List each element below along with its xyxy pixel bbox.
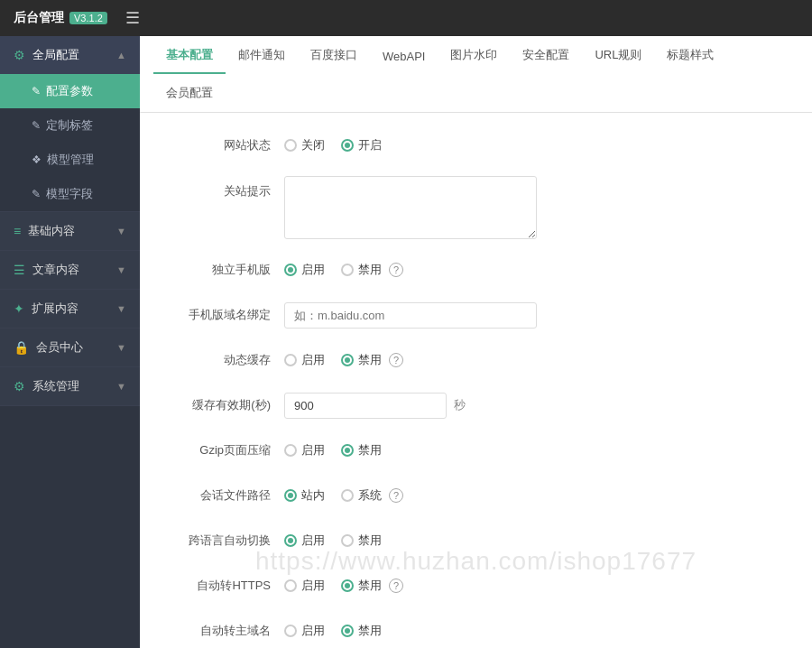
radio-group-auto-https: 启用 禁用 — [284, 578, 382, 594]
form-row-gzip: Gzip页面压缩 启用 禁用 — [167, 436, 785, 465]
radio-session-site[interactable]: 站内 — [284, 487, 325, 504]
edit-icon: ✎ — [32, 85, 41, 97]
radio-mobile-disable[interactable]: 禁用 — [341, 262, 382, 278]
sidebar-header-extend[interactable]: ✦ 扩展内容 ▼ — [0, 290, 140, 328]
menu-icon[interactable]: ☰ — [125, 8, 140, 28]
label-auto-https: 自动转HTTPS — [167, 578, 284, 594]
info-icon-https[interactable]: ? — [389, 579, 403, 593]
form-row-auto-https: 自动转HTTPS 启用 禁用 ? — [167, 571, 785, 600]
sidebar-header-article[interactable]: ☰ 文章内容 ▼ — [0, 251, 140, 289]
radio-circle-mobile-disable — [341, 264, 354, 276]
control-cross-lang: 启用 禁用 — [284, 532, 785, 549]
form-row-mobile-version: 独立手机版 启用 禁用 ? — [167, 255, 785, 284]
radio-label-open: 开启 — [358, 137, 382, 153]
radio-gzip-disable[interactable]: 禁用 — [341, 442, 382, 458]
sidebar-section-article: ☰ 文章内容 ▼ — [0, 251, 140, 290]
radio-https-enable[interactable]: 启用 — [284, 578, 325, 594]
radio-circle-close — [284, 139, 297, 152]
tab-basic-config[interactable]: 基本配置 — [153, 36, 226, 74]
radio-autodomain-enable[interactable]: 启用 — [284, 623, 325, 639]
radio-crosslang-disable[interactable]: 禁用 — [341, 532, 382, 549]
label-cross-lang: 跨语言自动切换 — [167, 532, 284, 549]
sidebar-item-config-params[interactable]: ✎ 配置参数 — [0, 74, 140, 108]
tab-webapi[interactable]: WebAPI — [370, 39, 438, 74]
main-content: 基本配置 邮件通知 百度接口 WebAPI 图片水印 安全配置 URL规则 标题… — [140, 36, 812, 648]
tab-member-config[interactable]: 会员配置 — [153, 74, 226, 112]
unit-cache-expire: 秒 — [454, 397, 466, 413]
radio-circle-https-enable — [284, 579, 297, 592]
form-row-cache-expire: 缓存有效期(秒) 秒 — [167, 391, 785, 420]
sidebar-section-global: ⚙ 全局配置 ▲ ✎ 配置参数 ✎ 定制标签 ❖ 模型管理 ✎ 模型字段 — [0, 36, 140, 212]
sidebar-section-label-system: 系统管理 — [32, 378, 79, 394]
radio-session-system[interactable]: 系统 — [341, 487, 382, 504]
sidebar-item-custom-tags[interactable]: ✎ 定制标签 — [0, 108, 140, 143]
tab-mail-notify[interactable]: 邮件通知 — [226, 36, 298, 74]
radio-site-open[interactable]: 开启 — [341, 137, 382, 153]
textarea-close-tip[interactable] — [284, 176, 537, 239]
sidebar-section-extend: ✦ 扩展内容 ▼ — [0, 290, 140, 329]
label-session-path: 会话文件路径 — [167, 487, 284, 504]
tab-image-watermark[interactable]: 图片水印 — [438, 36, 510, 74]
radio-group-mobile-version: 启用 禁用 — [284, 262, 382, 278]
form-row-dynamic-cache: 动态缓存 启用 禁用 ? — [167, 346, 785, 375]
sidebar-item-label-model-fields: 模型字段 — [46, 186, 93, 202]
sidebar-item-label-config-params: 配置参数 — [46, 83, 93, 99]
control-gzip: 启用 禁用 — [284, 442, 785, 458]
edit3-icon: ✎ — [32, 188, 41, 200]
form-row-cross-lang: 跨语言自动切换 启用 禁用 — [167, 526, 785, 555]
label-mobile-version: 独立手机版 — [167, 262, 284, 278]
radio-label-cache-enable: 启用 — [301, 352, 325, 368]
sidebar-item-model-fields[interactable]: ✎ 模型字段 — [0, 177, 140, 211]
radio-site-close[interactable]: 关闭 — [284, 137, 325, 153]
sidebar-section-label-extend: 扩展内容 — [32, 301, 78, 317]
radio-circle-gzip-enable — [284, 444, 297, 457]
radio-cache-enable[interactable]: 启用 — [284, 352, 325, 368]
control-site-status: 关闭 开启 — [284, 137, 785, 153]
radio-cache-disable[interactable]: 禁用 — [341, 352, 382, 368]
sidebar-header-basic-content[interactable]: ≡ 基础内容 ▼ — [0, 212, 140, 250]
chevron-down-icon-member: ▼ — [116, 342, 126, 353]
input-cache-expire[interactable] — [284, 393, 447, 419]
radio-circle-crosslang-enable — [284, 534, 297, 547]
sidebar-header-system[interactable]: ⚙ 系统管理 ▼ — [0, 367, 140, 405]
info-icon-session[interactable]: ? — [389, 488, 403, 503]
control-mobile-version: 启用 禁用 ? — [284, 262, 785, 278]
radio-autodomain-disable[interactable]: 禁用 — [341, 623, 382, 639]
radio-label-autodomain-disable: 禁用 — [358, 623, 382, 639]
chevron-down-icon-system: ▼ — [116, 381, 126, 392]
info-icon-mobile[interactable]: ? — [389, 263, 403, 277]
radio-gzip-enable[interactable]: 启用 — [284, 442, 325, 458]
topbar: 后台管理 V3.1.2 ☰ — [0, 0, 812, 36]
control-auto-domain: 启用 禁用 — [284, 623, 785, 639]
sidebar-header-global-config[interactable]: ⚙ 全局配置 ▲ — [0, 36, 140, 74]
radio-label-close: 关闭 — [301, 137, 325, 153]
control-cache-expire: 秒 — [284, 393, 785, 419]
radio-circle-https-disable — [341, 579, 354, 592]
article-icon: ☰ — [14, 263, 25, 277]
tab-security-config[interactable]: 安全配置 — [510, 36, 582, 74]
control-session-path: 站内 系统 ? — [284, 487, 785, 504]
radio-crosslang-enable[interactable]: 启用 — [284, 532, 325, 549]
tab-url-rules[interactable]: URL规则 — [582, 36, 654, 74]
radio-circle-mobile-enable — [284, 264, 297, 276]
label-mobile-domain: 手机版域名绑定 — [167, 307, 284, 323]
radio-group-cross-lang: 启用 禁用 — [284, 532, 382, 549]
gear-icon: ⚙ — [14, 48, 25, 62]
radio-circle-autodomain-enable — [284, 625, 297, 637]
tab-title-style[interactable]: 标题样式 — [654, 36, 726, 74]
radio-https-disable[interactable]: 禁用 — [341, 578, 382, 594]
input-mobile-domain[interactable] — [284, 302, 537, 329]
tab-baidu-api[interactable]: 百度接口 — [298, 36, 370, 74]
control-mobile-domain — [284, 302, 785, 329]
sidebar-header-member[interactable]: 🔒 会员中心 ▼ — [0, 329, 140, 366]
radio-label-autodomain-enable: 启用 — [301, 623, 325, 639]
radio-label-gzip-disable: 禁用 — [358, 442, 382, 458]
radio-label-session-site: 站内 — [301, 487, 325, 504]
label-auto-domain: 自动转主域名 — [167, 623, 284, 639]
sidebar-section-basic-content: ≡ 基础内容 ▼ — [0, 212, 140, 251]
radio-mobile-enable[interactable]: 启用 — [284, 262, 325, 278]
info-icon-cache[interactable]: ? — [389, 353, 403, 367]
radio-circle-open — [341, 139, 354, 152]
sidebar-item-model-manage[interactable]: ❖ 模型管理 — [0, 143, 140, 177]
app-title: 后台管理 — [14, 10, 64, 26]
